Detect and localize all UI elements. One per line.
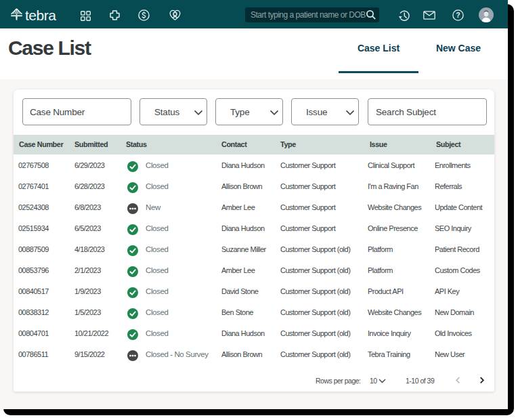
svg-text:?: ? — [456, 11, 460, 19]
